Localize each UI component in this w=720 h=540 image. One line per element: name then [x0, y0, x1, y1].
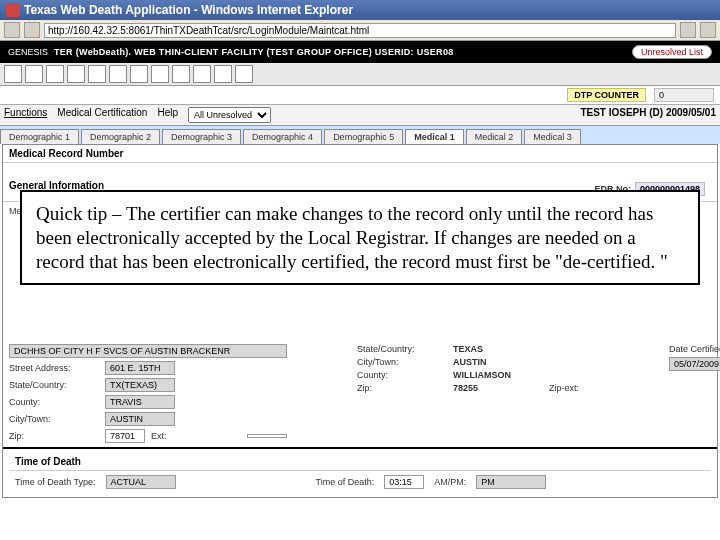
- toolbar-icon[interactable]: [172, 65, 190, 83]
- zip-value[interactable]: 78701: [105, 429, 145, 443]
- city-value[interactable]: AUSTIN: [105, 412, 175, 426]
- tab-demographic-3[interactable]: Demographic 3: [162, 129, 241, 144]
- toolbar-icon[interactable]: [193, 65, 211, 83]
- datecert-label: Date Certified:: [669, 344, 720, 354]
- far-right-col: Date Certified: 05/07/2009: [669, 344, 720, 443]
- r-state-label: State/Country:: [357, 344, 447, 354]
- facility-name: DCHHS OF CITY H F SVCS OF AUSTIN BRACKEN…: [9, 344, 287, 358]
- city-label: City/Town:: [9, 414, 99, 424]
- r-city-value: AUSTIN: [453, 357, 543, 367]
- r-zip-label: Zip:: [357, 383, 447, 393]
- toolbar-icon[interactable]: [4, 65, 22, 83]
- window-titlebar: Texas Web Death Application - Windows In…: [0, 0, 720, 20]
- tab-demographic-1[interactable]: Demographic 1: [0, 129, 79, 144]
- tod-ampm-label: AM/PM:: [434, 477, 466, 487]
- url-input[interactable]: [44, 23, 676, 38]
- app-header: GENESIS TER (WebDeath). WEB THIN-CLIENT …: [0, 41, 720, 63]
- back-icon[interactable]: [4, 22, 20, 38]
- ext-value[interactable]: [247, 434, 287, 438]
- menubar: Functions Medical Certification Help All…: [0, 105, 720, 126]
- tod-title: Time of Death: [9, 453, 711, 471]
- tab-medical-3[interactable]: Medical 3: [524, 129, 581, 144]
- toolbar-icon[interactable]: [130, 65, 148, 83]
- address-bar: [0, 20, 720, 41]
- menu-functions[interactable]: Functions: [4, 107, 47, 123]
- left-col: DCHHS OF CITY H F SVCS OF AUSTIN BRACKEN…: [9, 344, 287, 443]
- state-value[interactable]: TX(TEXAS): [105, 378, 175, 392]
- r-state-value: TEXAS: [453, 344, 543, 354]
- tab-demographic-4[interactable]: Demographic 4: [243, 129, 322, 144]
- toolbar-icon[interactable]: [67, 65, 85, 83]
- mrn-title: Medical Record Number: [3, 145, 717, 163]
- quick-tip-overlay: Quick tip – The certifier can make chang…: [20, 190, 700, 285]
- toolbar-icon[interactable]: [25, 65, 43, 83]
- toolbar-icon[interactable]: [151, 65, 169, 83]
- tab-medical-1[interactable]: Medical 1: [405, 129, 464, 144]
- r-county-value: WILLIAMSON: [453, 370, 543, 380]
- dtp-counter-value: 0: [654, 88, 714, 102]
- tab-medical-2[interactable]: Medical 2: [466, 129, 523, 144]
- unresolved-list-button[interactable]: Unresolved List: [632, 45, 712, 59]
- right-col: State/Country:TEXAS City/Town:AUSTIN Cou…: [357, 344, 639, 443]
- menu-help[interactable]: Help: [157, 107, 178, 123]
- dtp-counter-label: DTP COUNTER: [567, 88, 646, 102]
- r-county-label: County:: [357, 370, 447, 380]
- tab-demographic-5[interactable]: Demographic 5: [324, 129, 403, 144]
- county-value[interactable]: TRAVIS: [105, 395, 175, 409]
- ext-label: Ext:: [151, 431, 241, 441]
- county-label: County:: [9, 397, 99, 407]
- tabs-row: Demographic 1 Demographic 2 Demographic …: [0, 126, 720, 144]
- ie-icon: [6, 3, 20, 17]
- genesis-logo: GENESIS: [8, 47, 48, 57]
- r-city-label: City/Town:: [357, 357, 447, 367]
- forward-icon[interactable]: [24, 22, 40, 38]
- r-zip-value: 78255: [453, 383, 543, 393]
- r-zipext-label: Zip-ext:: [549, 383, 639, 393]
- filter-select[interactable]: All Unresolved: [188, 107, 271, 123]
- tab-demographic-2[interactable]: Demographic 2: [81, 129, 160, 144]
- tod-type-label: Time of Death Type:: [15, 477, 96, 487]
- toolbar-icon[interactable]: [109, 65, 127, 83]
- toolbar-icon[interactable]: [214, 65, 232, 83]
- tod-time-label: Time of Death:: [316, 477, 375, 487]
- window-title: Texas Web Death Application - Windows In…: [24, 3, 353, 17]
- app-header-title: TER (WebDeath). WEB THIN-CLIENT FACILITY…: [54, 47, 454, 57]
- current-record: TEST IOSEPH (D) 2009/05/01: [580, 107, 716, 123]
- menu-medical-cert[interactable]: Medical Certification: [57, 107, 147, 123]
- state-label: State/Country:: [9, 380, 99, 390]
- refresh-icon[interactable]: [680, 22, 696, 38]
- stop-icon[interactable]: [700, 22, 716, 38]
- street-label: Street Address:: [9, 363, 99, 373]
- toolbar-icon[interactable]: [235, 65, 253, 83]
- street-value[interactable]: 601 E. 15TH: [105, 361, 175, 375]
- time-of-death-section: Time of Death Time of Death Type: ACTUAL…: [3, 447, 717, 497]
- zip-label: Zip:: [9, 431, 99, 441]
- tod-time-value[interactable]: 03:15: [384, 475, 424, 489]
- toolbar: [0, 63, 720, 86]
- toolbar-icon[interactable]: [88, 65, 106, 83]
- toolbar-icon[interactable]: [46, 65, 64, 83]
- tod-type-value[interactable]: ACTUAL: [106, 475, 176, 489]
- datecert-value[interactable]: 05/07/2009: [669, 357, 720, 371]
- tod-ampm-value[interactable]: PM: [476, 475, 546, 489]
- dtp-row: DTP COUNTER 0: [0, 86, 720, 105]
